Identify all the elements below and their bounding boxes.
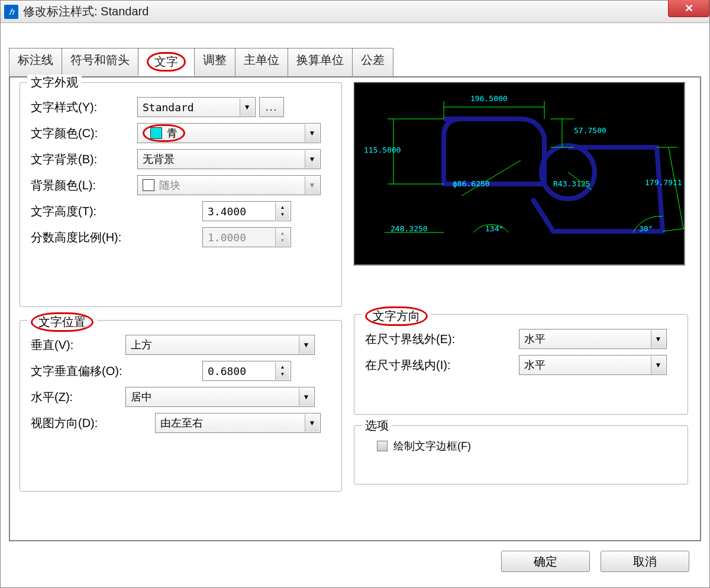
horizontal-value: 居中 — [131, 390, 152, 404]
color-swatch-cyan — [150, 127, 162, 139]
spinner-text-height[interactable]: 3.4000 ▲▼ — [202, 201, 291, 221]
combo-viewdir[interactable]: 由左至右 ▼ — [155, 413, 321, 433]
dialog-content: 标注线 符号和箭头 文字 调整 主单位 换算单位 公差 文字外观 文字样式(Y)… — [1, 23, 709, 587]
group-direction-title: 文字方向 — [362, 306, 431, 326]
text-height-value: 3.4000 — [208, 205, 246, 218]
tab-text[interactable]: 文字 — [138, 48, 195, 76]
app-icon: ℎ — [4, 5, 18, 19]
inside-value: 水平 — [524, 358, 546, 372]
group-appearance-title: 文字外观 — [27, 75, 82, 91]
label-voffset: 文字垂直偏移(O): — [31, 363, 202, 379]
svg-line-10 — [669, 147, 683, 228]
dim-9: 30° — [639, 224, 653, 233]
fraction-height-value: 1.0000 — [208, 231, 246, 244]
tab-primary[interactable]: 主单位 — [235, 48, 288, 76]
spinner-arrows-icon: ▲▼ — [275, 202, 289, 220]
text-bg-value: 无背景 — [143, 152, 175, 166]
chevron-down-icon: ▼ — [305, 150, 319, 168]
spinner-fraction-height: 1.0000 ▲▼ — [202, 227, 291, 247]
group-position: 文字位置 垂直(V): 上方 ▼ 文字垂直偏移(O): 0.6800 ▲▼ — [20, 320, 342, 492]
combo-text-style[interactable]: Standard ▼ — [137, 97, 256, 117]
viewdir-value: 由左至右 — [160, 416, 203, 430]
bg-color-value: 随块 — [159, 178, 180, 192]
group-options: 选项 绘制文字边框(F) — [354, 425, 688, 484]
label-outside: 在尺寸界线外(E): — [365, 331, 519, 347]
spinner-arrows-icon: ▲▼ — [275, 362, 289, 380]
tab-dimline[interactable]: 标注线 — [9, 48, 62, 76]
tab-body: 文字外观 文字样式(Y): Standard ▼ ... 文字颜色(C): — [9, 76, 701, 541]
chevron-down-icon: ▼ — [305, 414, 319, 432]
text-color-value: 青 — [167, 126, 178, 140]
dim-3: 115.5000 — [364, 146, 401, 154]
tab-symbols[interactable]: 符号和箭头 — [62, 48, 138, 76]
dim-6: R43.3125 — [553, 179, 590, 188]
spinner-voffset[interactable]: 0.6800 ▲▼ — [202, 361, 291, 381]
drawframe-label: 绘制文字边框(F) — [393, 439, 471, 453]
close-button[interactable]: ✕ — [668, 0, 709, 17]
spinner-arrows-icon: ▲▼ — [275, 228, 289, 246]
tabstrip: 标注线 符号和箭头 文字 调整 主单位 换算单位 公差 — [9, 48, 701, 77]
group-appearance: 文字外观 文字样式(Y): Standard ▼ ... 文字颜色(C): — [20, 82, 342, 307]
chevron-down-icon: ▼ — [651, 356, 665, 374]
dim-2: 57.7500 — [574, 126, 606, 135]
dim-8: 134° — [485, 224, 504, 233]
dim-5: ϕ86.6250 — [453, 179, 490, 188]
checkbox-icon — [377, 441, 388, 451]
preview-pane: 196.5000 57.7500 115.5000 179.7911 ϕ86.6… — [354, 82, 685, 266]
label-text-bg: 文字背景(B): — [31, 151, 137, 167]
combo-vertical[interactable]: 上方 ▼ — [125, 335, 315, 355]
window-title: 修改标注样式: Standard — [23, 4, 149, 20]
titlebar: ℎ 修改标注样式: Standard ✕ — [1, 1, 709, 23]
chevron-down-icon: ▼ — [651, 330, 665, 348]
label-vertical: 垂直(V): — [31, 337, 125, 353]
label-text-style: 文字样式(Y): — [31, 99, 137, 115]
tab-fit[interactable]: 调整 — [194, 48, 235, 76]
voffset-value: 0.6800 — [208, 365, 246, 377]
label-viewdir: 视图方向(D): — [31, 415, 155, 431]
color-swatch-byblock — [143, 179, 154, 191]
ok-button[interactable]: 确定 — [501, 551, 590, 572]
dialog-buttons: 确定 取消 — [9, 541, 701, 579]
chevron-down-icon: ▼ — [299, 388, 313, 406]
combo-outside[interactable]: 水平 ▼ — [519, 329, 667, 349]
close-icon: ✕ — [685, 2, 693, 15]
tab-alternate[interactable]: 换算单位 — [288, 48, 353, 76]
svg-line-12 — [663, 228, 685, 231]
chevron-down-icon: ▼ — [305, 176, 319, 194]
label-horizontal: 水平(Z): — [31, 389, 125, 405]
vertical-value: 上方 — [131, 338, 152, 352]
dialog-window: ℎ 修改标注样式: Standard ✕ 标注线 符号和箭头 文字 调整 主单位… — [0, 0, 710, 588]
combo-horizontal[interactable]: 居中 ▼ — [125, 387, 315, 407]
group-position-title: 文字位置 — [27, 312, 97, 332]
svg-line-15 — [462, 160, 521, 196]
group-direction: 文字方向 在尺寸界线外(E): 水平 ▼ 在尺寸界线内(I): — [354, 314, 688, 415]
dim-4: 179.7911 — [645, 178, 682, 187]
label-text-color: 文字颜色(C): — [31, 125, 137, 141]
chevron-down-icon: ▼ — [305, 124, 319, 142]
combo-bg-color: 随块 ▼ — [137, 175, 321, 195]
combo-inside[interactable]: 水平 ▼ — [519, 355, 667, 375]
chevron-down-icon: ▼ — [240, 98, 254, 116]
dim-7: 248.3250 — [390, 224, 428, 233]
label-text-height: 文字高度(T): — [31, 203, 202, 219]
text-style-value: Standard — [143, 101, 194, 114]
combo-text-bg[interactable]: 无背景 ▼ — [137, 149, 321, 169]
tab-text-label: 文字 — [147, 52, 186, 72]
cancel-button[interactable]: 取消 — [601, 551, 689, 572]
label-bg-color: 背景颜色(L): — [31, 177, 137, 193]
button-style-more[interactable]: ... — [259, 97, 284, 117]
label-fraction-height: 分数高度比例(H): — [31, 230, 202, 245]
label-inside: 在尺寸界线内(I): — [365, 357, 519, 373]
chevron-down-icon: ▼ — [299, 336, 313, 354]
outside-value: 水平 — [524, 332, 546, 346]
checkbox-drawframe[interactable]: 绘制文字边框(F) — [365, 434, 677, 458]
group-options-title: 选项 — [362, 418, 392, 434]
combo-text-color[interactable]: 青 ▼ — [137, 123, 321, 143]
tab-tolerance[interactable]: 公差 — [352, 48, 393, 76]
dim-1: 196.5000 — [470, 94, 508, 103]
